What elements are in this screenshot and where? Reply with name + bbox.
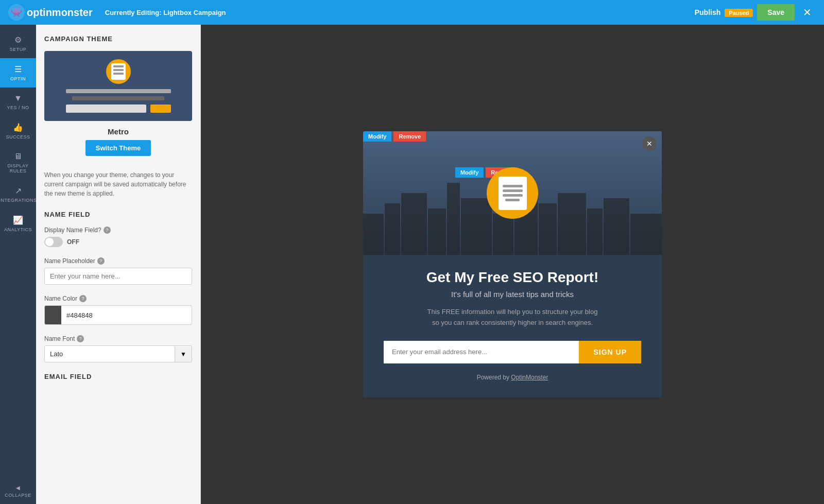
modal-hero: Modify Remove — [363, 131, 662, 255]
header-actions: Publish Paused Save ✕ — [695, 4, 816, 21]
modal-remove-button[interactable]: Remove — [393, 131, 426, 142]
email-input[interactable] — [384, 341, 579, 363]
theme-input-preview — [66, 105, 146, 113]
name-font-value: Lato — [45, 346, 175, 362]
doc-line-1 — [503, 185, 523, 187]
svg-text:👾: 👾 — [11, 7, 23, 18]
display-name-toggle-label: OFF — [67, 238, 79, 246]
display-name-toggle[interactable] — [44, 237, 63, 247]
theme-preview-card — [44, 51, 192, 121]
optin-icon: ☰ — [14, 64, 22, 74]
modal-modify-button[interactable]: Modify — [363, 131, 391, 142]
svg-rect-4 — [363, 214, 384, 255]
sidebar-collapse[interactable]: ◀ Collapse — [0, 479, 36, 504]
close-button[interactable]: ✕ — [799, 4, 816, 21]
collapse-label: Collapse — [5, 493, 31, 498]
svg-rect-14 — [587, 208, 603, 255]
analytics-icon: 📈 — [13, 215, 23, 225]
canvas: ✕ Modify Remove — [201, 25, 824, 504]
header: 👾 optinmonster Currently Editing: Lightb… — [0, 0, 824, 25]
name-color-help-icon[interactable]: ? — [79, 295, 87, 302]
sidebar-item-setup[interactable]: ⚙ SETUP — [0, 29, 36, 58]
modal-overlay: ✕ Modify Remove — [201, 25, 824, 504]
svg-rect-8 — [447, 183, 460, 255]
display-name-help-icon[interactable]: ? — [104, 227, 111, 234]
doc-line-3 — [503, 194, 523, 197]
display-name-toggle-row: OFF — [44, 237, 192, 247]
sidebar-label-integrations: INTEGRATIONS — [0, 198, 37, 203]
svg-rect-7 — [428, 208, 446, 255]
svg-rect-16 — [630, 214, 662, 255]
name-color-section: Name Color ? #484848 — [44, 295, 192, 325]
name-placeholder-section: Name Placeholder ? — [44, 257, 192, 285]
sidebar-nav: ⚙ SETUP ☰ OPTIN ▼ YES / NO 👍 SUCCESS 🖥 D… — [0, 25, 36, 504]
main-layout: ⚙ SETUP ☰ OPTIN ▼ YES / NO 👍 SUCCESS 🖥 D… — [0, 25, 824, 504]
sidebar-label-setup: SETUP — [10, 47, 27, 52]
save-button[interactable]: Save — [757, 4, 795, 21]
name-color-swatch — [45, 306, 61, 324]
modal-close-button[interactable]: ✕ — [642, 136, 657, 151]
svg-rect-12 — [539, 203, 557, 255]
optinmonster-link[interactable]: OptinMonster — [511, 374, 548, 381]
display-name-field-section: Display Name Field? ? OFF — [44, 227, 192, 247]
name-font-select[interactable]: Lato ▼ — [44, 345, 192, 362]
sidebar-item-analytics[interactable]: 📈 ANALYTICS — [0, 209, 36, 238]
name-font-label: Name Font ? — [44, 335, 192, 342]
display-name-field-label: Display Name Field? ? — [44, 227, 192, 234]
yes-no-icon: ▼ — [14, 94, 22, 103]
sidebar-item-display-rules[interactable]: 🖥 DISPLAY RULES — [0, 146, 36, 180]
theme-icon — [106, 59, 131, 84]
sidebar-item-success[interactable]: 👍 SUCCESS — [0, 116, 36, 146]
name-placeholder-label: Name Placeholder ? — [44, 257, 192, 265]
name-font-section: Name Font ? Lato ▼ — [44, 335, 192, 362]
svg-rect-10 — [493, 214, 513, 255]
name-placeholder-input[interactable] — [44, 268, 192, 285]
publish-button[interactable]: Publish Paused — [695, 8, 753, 16]
campaign-theme-title: CAMPAIGN THEME — [44, 35, 192, 43]
name-font-help-icon[interactable]: ? — [77, 335, 84, 342]
sidebar-label-yes-no: YES / NO — [7, 105, 29, 110]
sidebar-label-display-rules: DISPLAY RULES — [4, 163, 32, 173]
editing-label: Currently Editing: Lightbox Campaign — [105, 9, 695, 16]
sidebar-label-success: SUCCESS — [6, 134, 30, 140]
modal-title: Get My Free SEO Report! — [384, 269, 641, 286]
sidebar-item-integrations[interactable]: ↗ INTEGRATIONS — [0, 180, 36, 209]
theme-button-preview — [150, 105, 171, 113]
theme-form-row — [66, 105, 171, 113]
signup-button[interactable]: SIGN UP — [579, 341, 641, 363]
name-color-label: Name Color ? — [44, 295, 192, 302]
switch-theme-button[interactable]: Switch Theme — [85, 140, 151, 156]
setup-icon: ⚙ — [14, 35, 22, 45]
name-font-dropdown-arrow[interactable]: ▼ — [175, 346, 192, 362]
sidebar-label-optin: OPTIN — [10, 76, 26, 81]
email-field-title: EMAIL FIELD — [44, 373, 192, 380]
theme-bar-2 — [72, 96, 164, 100]
sidebar-item-optin[interactable]: ☰ OPTIN — [0, 58, 36, 88]
campaign-modal: ✕ Modify Remove — [363, 131, 662, 397]
svg-rect-5 — [385, 203, 400, 255]
success-icon: 👍 — [13, 123, 23, 132]
paused-badge: Paused — [725, 9, 753, 17]
hero-modify-button[interactable]: Modify — [455, 167, 484, 178]
modal-hero-bg: Modify Remove — [363, 131, 662, 255]
name-color-input-row[interactable]: #484848 — [44, 305, 192, 325]
modal-desc: This FREE information will help you to s… — [384, 307, 641, 328]
sidebar-item-yes-no[interactable]: ▼ YES / NO — [0, 88, 36, 116]
logo: 👾 optinmonster — [8, 4, 93, 21]
sidebar-label-analytics: ANALYTICS — [4, 227, 32, 232]
name-placeholder-help-icon[interactable]: ? — [97, 257, 105, 265]
theme-preview — [53, 59, 184, 113]
settings-panel: CAMPAIGN THEME Metro — [36, 25, 201, 504]
powered-by: Powered by OptinMonster — [384, 374, 641, 381]
display-rules-icon: 🖥 — [14, 152, 22, 161]
modal-header-area: Modify Remove — [363, 131, 662, 255]
name-color-value: #484848 — [61, 307, 98, 323]
theme-name: Metro — [44, 127, 192, 136]
hero-icon — [487, 167, 538, 219]
svg-rect-6 — [401, 193, 427, 255]
name-field-title: NAME FIELD — [44, 211, 192, 218]
modal-modify-remove-row: Modify Remove — [363, 131, 426, 142]
collapse-icon: ◀ — [16, 485, 20, 491]
doc-line-2 — [503, 189, 523, 192]
svg-rect-15 — [604, 198, 629, 255]
